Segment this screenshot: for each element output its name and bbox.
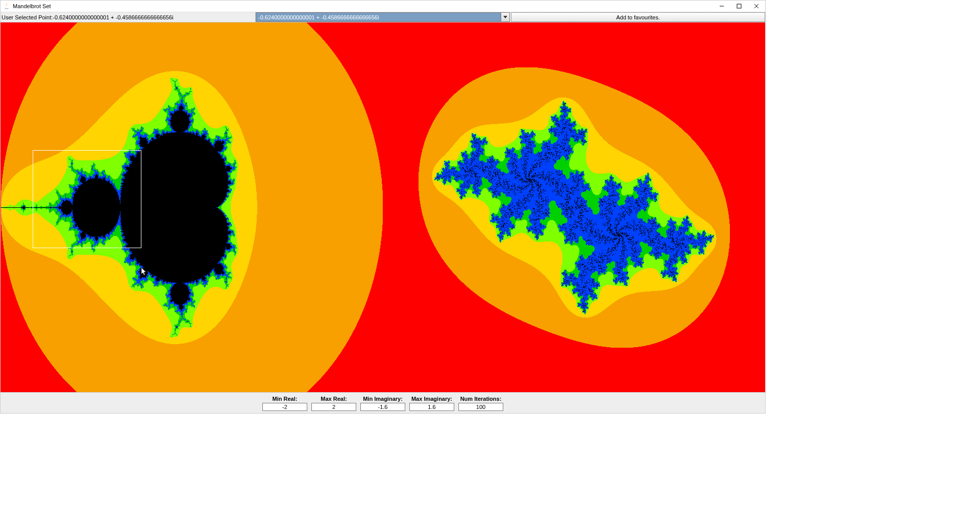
max-imag-label: Max Imaginary:: [409, 395, 454, 403]
favourites-combobox[interactable]: -0.6240000000000001 + -0.458666666666665…: [256, 12, 510, 22]
max-real-label: Max Real:: [311, 395, 356, 403]
min-real-label: Min Real:: [262, 395, 307, 403]
java-app-icon: [3, 2, 11, 10]
toolbar: User Selected Point: -0.6240000000000001…: [1, 12, 765, 22]
min-imag-input[interactable]: [360, 403, 405, 411]
max-real-input[interactable]: [311, 403, 356, 411]
render-area: [1, 22, 765, 392]
close-button[interactable]: [748, 1, 765, 12]
iterations-input[interactable]: [458, 403, 503, 411]
max-imag-input[interactable]: [409, 403, 454, 411]
app-window: Mandelbrot Set User Selected Point: -0.6…: [0, 0, 766, 414]
julia-panel[interactable]: [383, 22, 765, 392]
title-bar: Mandelbrot Set: [1, 1, 765, 12]
selected-point-label: User Selected Point: -0.6240000000000001…: [1, 12, 256, 22]
mandelbrot-panel[interactable]: [1, 22, 383, 392]
add-to-favourites-button[interactable]: Add to favourites.: [511, 12, 765, 22]
julia-canvas: [383, 22, 765, 392]
svg-rect-0: [737, 4, 741, 8]
mandelbrot-canvas: [1, 22, 383, 392]
maximize-button[interactable]: [730, 1, 748, 12]
min-imag-label: Min Imaginary:: [360, 395, 405, 403]
iterations-label: Num Iterations:: [458, 395, 503, 403]
favourites-combobox-value: -0.6240000000000001 + -0.458666666666665…: [256, 14, 501, 20]
window-title: Mandelbrot Set: [13, 3, 55, 9]
min-real-input[interactable]: [262, 403, 307, 411]
chevron-down-icon[interactable]: [501, 13, 509, 21]
minimize-button[interactable]: [713, 1, 730, 12]
parameters-footer: Min Real: Max Real: Min Imaginary: Max I…: [1, 392, 765, 413]
